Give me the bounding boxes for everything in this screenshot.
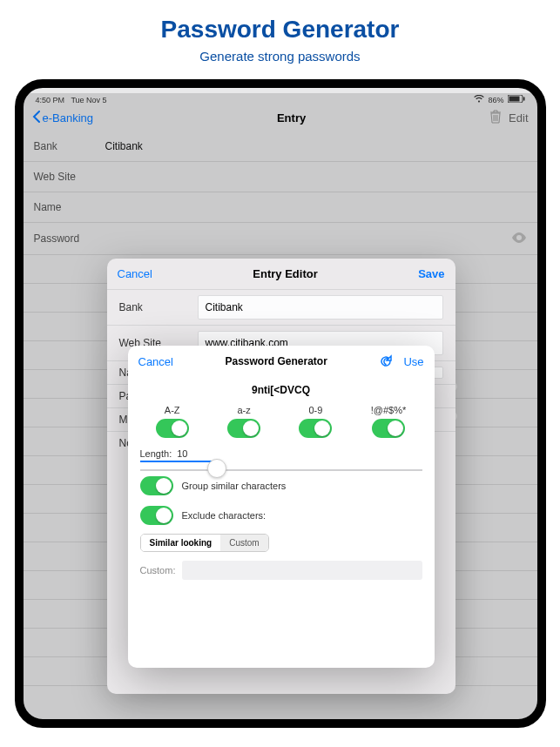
generated-password: 9nti[<DVCQ bbox=[128, 377, 435, 400]
editor-cancel-button[interactable]: Cancel bbox=[118, 267, 152, 280]
pgen-use-button[interactable]: Use bbox=[403, 355, 423, 368]
toggle-digits[interactable] bbox=[299, 419, 332, 438]
promo-subtitle: Generate strong passwords bbox=[0, 49, 560, 64]
toggle-lower-label: a-z bbox=[227, 405, 260, 415]
toggle-symbols[interactable] bbox=[372, 419, 405, 438]
toggle-exclude[interactable] bbox=[140, 506, 173, 525]
pgen-title: Password Generator bbox=[225, 355, 327, 367]
editor-label: Bank bbox=[119, 301, 198, 313]
group-similar-label: Group similar characters bbox=[182, 481, 287, 491]
slider-thumb[interactable] bbox=[207, 459, 226, 478]
promo-title: Password Generator bbox=[0, 16, 560, 44]
toggle-lower[interactable] bbox=[227, 419, 260, 438]
toggle-digits-label: 0-9 bbox=[299, 405, 332, 415]
refresh-icon[interactable] bbox=[379, 354, 393, 368]
editor-row-bank: Bank Citibank bbox=[107, 289, 455, 325]
custom-input[interactable] bbox=[182, 561, 422, 580]
editor-bank-input[interactable]: Citibank bbox=[198, 295, 443, 320]
segment-similar[interactable]: Similar looking bbox=[141, 535, 221, 551]
toggle-upper[interactable] bbox=[156, 419, 189, 438]
exclude-label: Exclude characters: bbox=[182, 510, 267, 521]
segment-custom[interactable]: Custom bbox=[220, 535, 267, 551]
exclude-segment[interactable]: Similar looking Custom bbox=[140, 534, 269, 552]
pgen-cancel-button[interactable]: Cancel bbox=[138, 355, 173, 368]
editor-title: Entry Editor bbox=[253, 267, 317, 280]
length-value: 10 bbox=[177, 448, 187, 459]
custom-label: Custom: bbox=[140, 565, 176, 575]
toggle-group-similar[interactable] bbox=[140, 476, 173, 495]
password-generator-modal: Cancel Password Generator Use 9nti[<DVCQ… bbox=[128, 346, 435, 668]
length-label: Length: bbox=[140, 448, 172, 459]
editor-save-button[interactable]: Save bbox=[418, 267, 444, 280]
length-slider[interactable] bbox=[128, 459, 435, 471]
toggle-upper-label: A-Z bbox=[156, 405, 189, 415]
toggle-symbols-label: !@#$%* bbox=[371, 405, 407, 415]
ipad-frame: 4:50 PM Tue Nov 5 86% e-Banking Ent bbox=[15, 79, 546, 728]
